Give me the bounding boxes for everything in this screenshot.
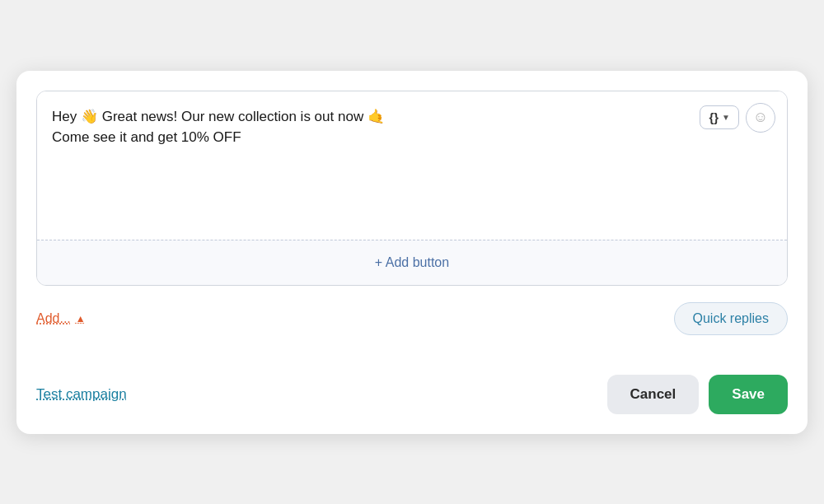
add-link[interactable]: Add... ▲	[36, 311, 86, 326]
variable-button[interactable]: {} ▼	[700, 105, 739, 129]
variable-icon: {}	[709, 110, 719, 124]
emoji-icon: ☺	[753, 109, 768, 126]
footer-buttons: Cancel Save	[607, 375, 788, 414]
actions-row: Add... ▲ Quick replies	[36, 302, 788, 335]
message-text: Hey 👋 Great news! Our new collection is …	[52, 106, 772, 148]
quick-replies-button[interactable]: Quick replies	[674, 302, 788, 335]
editor-toolbar: {} ▼ ☺	[700, 103, 775, 133]
footer-row: Test campaign Cancel Save	[36, 375, 788, 414]
chevron-down-icon: ▼	[722, 113, 730, 122]
add-link-label: Add...	[36, 311, 71, 326]
save-button[interactable]: Save	[709, 375, 788, 414]
arrow-up-icon: ▲	[76, 313, 86, 324]
message-text-area: Hey 👋 Great news! Our new collection is …	[37, 91, 787, 240]
add-button-area[interactable]: + Add button	[37, 240, 787, 285]
test-campaign-link[interactable]: Test campaign	[36, 386, 127, 403]
quick-replies-label: Quick replies	[693, 311, 769, 325]
modal: Hey 👋 Great news! Our new collection is …	[16, 71, 808, 434]
add-button-label: + Add button	[375, 255, 449, 269]
cancel-button[interactable]: Cancel	[607, 375, 700, 414]
emoji-button[interactable]: ☺	[746, 103, 775, 133]
message-editor: Hey 👋 Great news! Our new collection is …	[36, 91, 788, 286]
